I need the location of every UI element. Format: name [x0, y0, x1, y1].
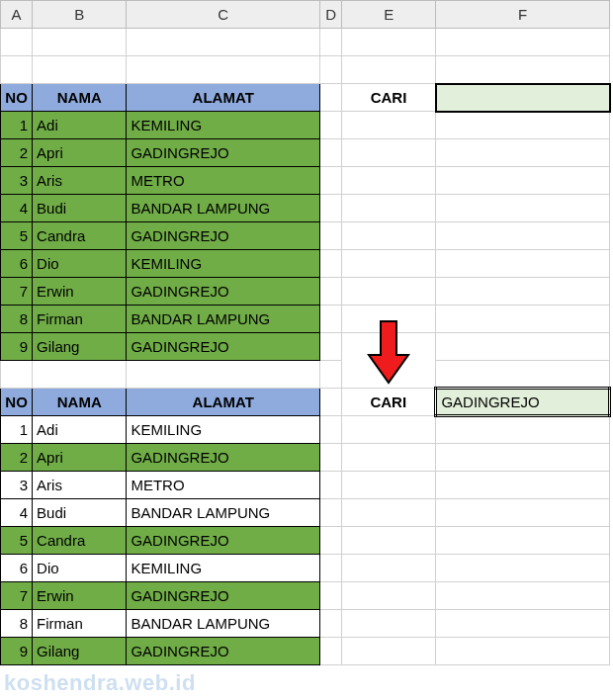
- table1-row: 4 Budi BANDAR LAMPUNG: [1, 195, 610, 222]
- table2-row: 5 Candra GADINGREJO: [1, 527, 610, 555]
- watermark-text: koshendra.web.id: [4, 670, 196, 696]
- table2-row: 7 Erwin GADINGREJO: [1, 582, 610, 610]
- t2-hdr-nama[interactable]: NAMA: [33, 389, 127, 416]
- table1-row: 9 Gilang GADINGREJO: [1, 333, 610, 361]
- t1-search-label[interactable]: CARI: [342, 84, 436, 112]
- table2-row: 1 Adi KEMILING: [1, 416, 610, 444]
- column-header-row: A B C D E F: [1, 1, 610, 29]
- table1-header-row: NO NAMA ALAMAT CARI: [1, 84, 610, 112]
- table1-row: 5 Candra GADINGREJO: [1, 222, 610, 250]
- table2-row: 2 Apri GADINGREJO: [1, 444, 610, 472]
- t2-hdr-no[interactable]: NO: [1, 389, 33, 416]
- col-header-A[interactable]: A: [1, 1, 33, 29]
- t2-search-label[interactable]: CARI: [342, 389, 436, 416]
- t2-search-value[interactable]: GADINGREJO: [436, 389, 610, 416]
- table1-row: 2 Apri GADINGREJO: [1, 139, 610, 167]
- spreadsheet-grid[interactable]: A B C D E F NO NAMA ALAMAT CARI 1 Adi KE…: [0, 0, 611, 665]
- table1-row: 6 Dio KEMILING: [1, 250, 610, 278]
- table2-row: 3 Aris METRO: [1, 472, 610, 499]
- arrow-down-icon: [365, 317, 412, 387]
- col-header-C[interactable]: C: [127, 1, 320, 29]
- t1-hdr-nama[interactable]: NAMA: [33, 84, 127, 112]
- col-header-D[interactable]: D: [320, 1, 342, 29]
- table2-row: 6 Dio KEMILING: [1, 555, 610, 582]
- t2-hdr-alamat[interactable]: ALAMAT: [127, 389, 320, 416]
- t1-hdr-no[interactable]: NO: [1, 84, 33, 112]
- col-header-E[interactable]: E: [342, 1, 436, 29]
- table2-header-row: NO NAMA ALAMAT CARI GADINGREJO: [1, 389, 610, 416]
- t1-hdr-alamat[interactable]: ALAMAT: [127, 84, 320, 112]
- table1-row: 3 Aris METRO: [1, 167, 610, 195]
- table2-row: 9 Gilang GADINGREJO: [1, 638, 610, 665]
- t1-search-value[interactable]: [436, 84, 610, 112]
- table1-row: 7 Erwin GADINGREJO: [1, 278, 610, 306]
- col-header-B[interactable]: B: [33, 1, 127, 29]
- table1-row: 1 Adi KEMILING: [1, 112, 610, 139]
- table2-row: 8 Firman BANDAR LAMPUNG: [1, 610, 610, 638]
- table1-row: 8 Firman BANDAR LAMPUNG: [1, 306, 610, 333]
- col-header-F[interactable]: F: [436, 1, 610, 29]
- table2-row: 4 Budi BANDAR LAMPUNG: [1, 499, 610, 527]
